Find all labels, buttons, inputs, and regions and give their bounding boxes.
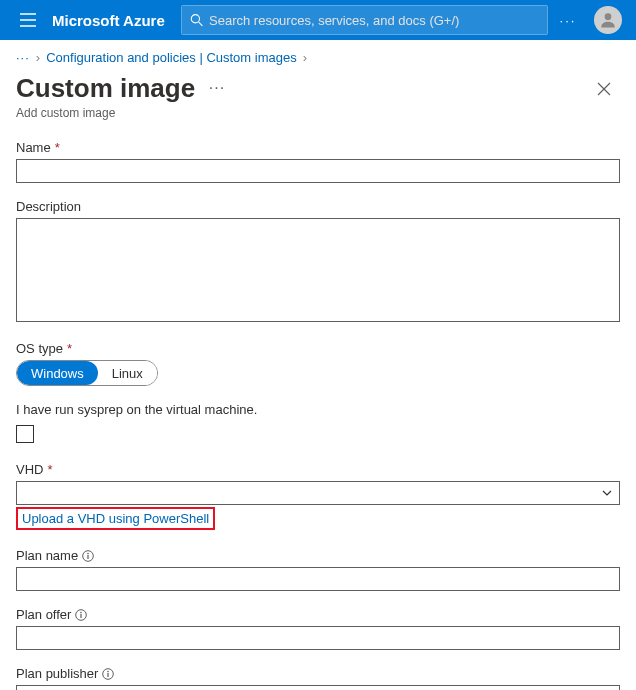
svg-point-4 xyxy=(87,552,89,554)
plan-publisher-input[interactable] xyxy=(16,685,620,690)
info-icon[interactable] xyxy=(75,609,87,621)
person-icon xyxy=(598,10,618,30)
required-marker: * xyxy=(55,140,60,155)
chevron-right-icon: › xyxy=(36,50,40,65)
ostype-label: OS type xyxy=(16,341,63,356)
page-subtitle: Add custom image xyxy=(16,106,588,120)
breadcrumb-ellipsis[interactable]: ··· xyxy=(16,50,30,65)
plan-publisher-label: Plan publisher xyxy=(16,666,98,681)
global-search-input[interactable] xyxy=(209,13,539,28)
info-icon[interactable] xyxy=(82,550,94,562)
name-label: Name xyxy=(16,140,51,155)
global-search[interactable] xyxy=(181,5,548,35)
page-title: Custom image xyxy=(16,73,195,104)
title-more-button[interactable]: ··· xyxy=(209,79,225,96)
brand-label: Microsoft Azure xyxy=(52,12,165,29)
user-avatar[interactable] xyxy=(594,6,622,34)
description-label: Description xyxy=(16,199,81,214)
description-input[interactable] xyxy=(16,218,620,322)
field-sysprep: I have run sysprep on the virtual machin… xyxy=(16,402,620,446)
vhd-select[interactable] xyxy=(16,481,620,505)
azure-topbar: Microsoft Azure ··· xyxy=(0,0,636,40)
close-button[interactable] xyxy=(588,73,620,105)
field-plan-name: Plan name xyxy=(16,548,620,591)
plan-name-label: Plan name xyxy=(16,548,78,563)
sysprep-checkbox[interactable] xyxy=(16,425,34,443)
svg-point-7 xyxy=(81,611,83,613)
chevron-down-icon xyxy=(601,487,613,499)
name-input[interactable] xyxy=(16,159,620,183)
topbar-more-button[interactable]: ··· xyxy=(548,0,588,40)
field-vhd: VHD * Upload a VHD using PowerShell xyxy=(16,462,620,530)
required-marker: * xyxy=(47,462,52,477)
vhd-label: VHD xyxy=(16,462,43,477)
sysprep-label: I have run sysprep on the virtual machin… xyxy=(16,402,257,417)
info-icon[interactable] xyxy=(102,668,114,680)
plan-offer-label: Plan offer xyxy=(16,607,71,622)
breadcrumb-link-config[interactable]: Configuration and policies | Custom imag… xyxy=(46,50,297,65)
field-name: Name * xyxy=(16,140,620,183)
upload-vhd-highlight: Upload a VHD using PowerShell xyxy=(16,507,215,530)
hamburger-menu-button[interactable] xyxy=(8,0,48,40)
ostype-option-windows[interactable]: Windows xyxy=(17,361,98,385)
field-plan-offer: Plan offer xyxy=(16,607,620,650)
svg-point-10 xyxy=(108,670,110,672)
svg-line-1 xyxy=(198,22,202,26)
hamburger-icon xyxy=(20,13,36,27)
field-ostype: OS type * Windows Linux xyxy=(16,341,620,386)
ostype-option-linux[interactable]: Linux xyxy=(98,361,157,385)
required-marker: * xyxy=(67,341,72,356)
plan-name-input[interactable] xyxy=(16,567,620,591)
ellipsis-icon: ··· xyxy=(560,13,577,28)
close-icon xyxy=(597,82,611,96)
field-description: Description xyxy=(16,199,620,325)
field-plan-publisher: Plan publisher xyxy=(16,666,620,690)
svg-point-2 xyxy=(605,13,612,20)
page-header: Custom image ··· Add custom image xyxy=(0,69,636,120)
plan-offer-input[interactable] xyxy=(16,626,620,650)
chevron-right-icon: › xyxy=(303,50,307,65)
ostype-toggle: Windows Linux xyxy=(16,360,158,386)
svg-rect-5 xyxy=(88,555,89,559)
breadcrumb: ··· › Configuration and policies | Custo… xyxy=(0,40,636,69)
upload-vhd-link[interactable]: Upload a VHD using PowerShell xyxy=(22,511,209,526)
svg-rect-8 xyxy=(81,614,82,618)
svg-rect-11 xyxy=(108,673,109,677)
custom-image-form: Name * Description OS type * Windows Lin… xyxy=(0,120,636,690)
svg-point-0 xyxy=(191,15,199,23)
search-icon xyxy=(190,13,203,27)
